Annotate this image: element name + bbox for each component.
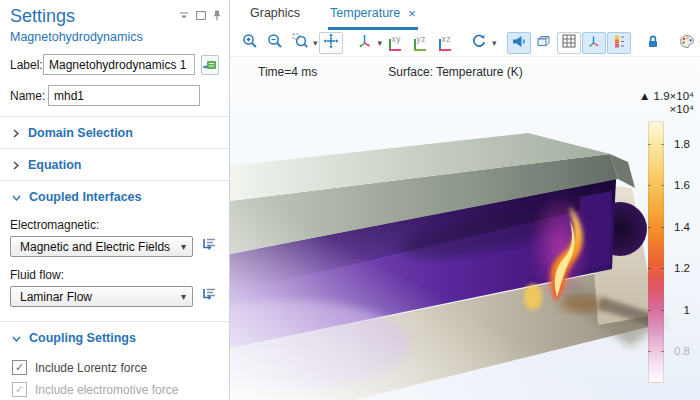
default-view-caret[interactable]: ▾ xyxy=(378,33,383,53)
color-legend: ▲ 1.9×10⁴ ×10⁴ 1.8 1.6 1.4 1.2 1 0.8 xyxy=(630,90,694,390)
axis-arrows-icon xyxy=(356,33,373,54)
zoom-extents-button[interactable] xyxy=(319,32,343,54)
section-domain-selection[interactable]: Domain Selection xyxy=(0,117,229,148)
rotate-view-caret[interactable]: ▾ xyxy=(492,33,497,53)
section-title: Equation xyxy=(28,158,81,172)
plot-title: Surface: Temperature (K) xyxy=(388,65,523,79)
include-electromotive-force-row: ✓ Include electromotive force xyxy=(12,382,219,397)
chevron-down-icon xyxy=(12,188,21,206)
settings-panel: Settings Magnetohydrodynamics Label: xyxy=(0,0,230,400)
view-yz-button[interactable]: yz xyxy=(408,32,432,54)
colorbar-gradient xyxy=(648,121,664,383)
scene-light-button[interactable] xyxy=(507,32,531,54)
panel-menu-icon[interactable] xyxy=(179,11,189,20)
float-window-icon[interactable] xyxy=(196,11,206,20)
grid-button[interactable] xyxy=(557,32,581,54)
show-color-legend-button[interactable] xyxy=(607,32,631,54)
go-to-source-icon[interactable] xyxy=(201,236,218,257)
combo-caret-icon: ▾ xyxy=(181,242,186,252)
zoom-box-caret[interactable]: ▾ xyxy=(313,33,318,53)
section-title: Domain Selection xyxy=(28,126,133,140)
show-axis-orientation-button[interactable] xyxy=(582,32,606,54)
label-field-label: Label: xyxy=(10,58,43,72)
settings-subtitle: Magnetohydrodynamics xyxy=(10,30,221,44)
show-color-legend-icon xyxy=(612,34,626,53)
lock-icon xyxy=(646,34,660,53)
view-yz-icon: yz xyxy=(411,35,430,51)
zoom-box-button[interactable] xyxy=(288,32,312,54)
transparency-icon xyxy=(535,34,552,53)
fluid-flow-select[interactable]: Laminar Flow ▾ xyxy=(10,286,193,307)
section-equation[interactable]: Equation xyxy=(0,149,229,180)
legend-max-value: ▲ 1.9×10⁴ xyxy=(630,90,694,102)
rename-button[interactable] xyxy=(201,55,219,75)
time-annotation: Time=4 ms xyxy=(258,65,317,79)
grid-icon xyxy=(562,34,576,52)
legend-tick: 1.8 xyxy=(674,138,690,150)
fluid-flow-label: Fluid flow: xyxy=(10,268,219,282)
scene-light-icon xyxy=(511,34,526,53)
rotate-icon xyxy=(471,33,487,53)
close-tab-icon[interactable]: × xyxy=(408,7,416,20)
label-input[interactable] xyxy=(43,54,195,75)
section-coupled-interfaces[interactable]: Coupled Interfaces xyxy=(0,181,229,212)
section-title: Coupling Settings xyxy=(29,331,136,345)
tab-graphics[interactable]: Graphics xyxy=(248,0,302,30)
zoom-box-icon xyxy=(292,33,309,53)
zoom-extents-icon xyxy=(323,33,339,53)
chevron-right-icon xyxy=(12,124,20,142)
graphics-panel: Graphics Temperature × ▾ ▾ xy xyxy=(230,0,700,400)
legend-tick: 0.8 xyxy=(674,345,690,357)
view-xz-icon: xz xyxy=(436,35,455,51)
legend-tick: 1.6 xyxy=(674,179,690,191)
transparency-button[interactable] xyxy=(532,32,556,54)
view-xy-button[interactable]: xy xyxy=(383,32,407,54)
graphics-toolbar: ▾ ▾ xy yz xz xyxy=(230,30,700,57)
include-lorentz-force-row: ✓ Include Lorentz force xyxy=(12,360,219,375)
zoom-out-button[interactable] xyxy=(263,32,287,54)
legend-tick: 1 xyxy=(684,304,690,316)
legend-scale-factor: ×10⁴ xyxy=(630,103,694,115)
rotate-view-button[interactable] xyxy=(467,32,491,54)
pin-icon[interactable] xyxy=(213,10,221,21)
electromagnetic-select[interactable]: Magnetic and Electric Fields ▾ xyxy=(10,236,193,257)
zoom-in-button[interactable] xyxy=(238,32,262,54)
tab-temperature[interactable]: Temperature × xyxy=(328,0,418,30)
name-field-label: Name: xyxy=(10,89,48,103)
color-palette-icon xyxy=(679,34,695,53)
graphics-tabbar: Graphics Temperature × xyxy=(230,0,700,30)
checkbox-checked-icon[interactable]: ✓ xyxy=(12,360,27,375)
view-xz-button[interactable]: xz xyxy=(433,32,457,54)
checkbox-checked-icon: ✓ xyxy=(12,382,27,397)
settings-title: Settings xyxy=(10,6,179,27)
combo-caret-icon: ▾ xyxy=(181,292,186,302)
plot-area[interactable]: Time=4 ms Surface: Temperature (K) ▲ 1.9… xyxy=(230,57,700,400)
chevron-down-icon xyxy=(12,329,21,347)
go-to-source-icon[interactable] xyxy=(201,286,218,307)
go-to-default-3d-view-button[interactable] xyxy=(353,32,377,54)
comsol-window: Settings Magnetohydrodynamics Label: xyxy=(0,0,700,400)
show-axis-orientation-icon xyxy=(586,34,601,53)
name-input[interactable] xyxy=(48,85,200,106)
legend-tick: 1.4 xyxy=(674,221,690,233)
zoom-in-icon xyxy=(242,33,258,53)
section-title: Coupled Interfaces xyxy=(29,190,142,204)
section-coupling-settings[interactable]: Coupling Settings xyxy=(0,322,229,353)
view-lock-button[interactable] xyxy=(641,32,665,54)
3d-duct-rendering xyxy=(230,57,699,400)
zoom-out-icon xyxy=(267,33,283,53)
chevron-right-icon xyxy=(12,156,20,174)
color-theme-button[interactable] xyxy=(675,32,699,54)
electromagnetic-label: Electromagnetic: xyxy=(10,218,219,232)
view-xy-icon: xy xyxy=(386,35,405,51)
legend-tick: 1.2 xyxy=(674,262,690,274)
